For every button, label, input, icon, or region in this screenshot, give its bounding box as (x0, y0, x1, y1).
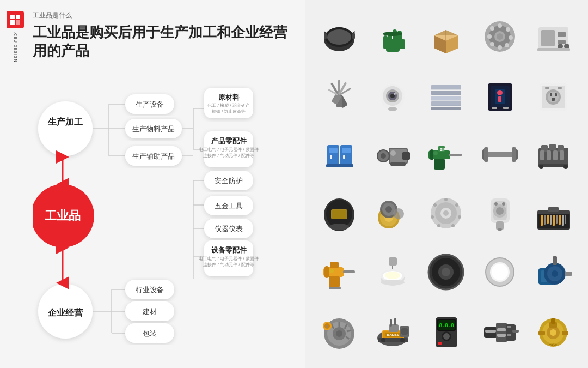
svg-rect-174 (547, 150, 551, 160)
svg-rect-299 (551, 318, 555, 324)
svg-rect-291 (485, 330, 496, 333)
svg-point-241 (442, 268, 450, 276)
product-cordless-drill (316, 249, 363, 295)
svg-point-210 (502, 202, 505, 206)
svg-rect-225 (343, 270, 355, 273)
product-engine (530, 131, 577, 178)
svg-rect-119 (431, 96, 461, 100)
svg-text:原材料: 原材料 (218, 93, 240, 101)
svg-rect-231 (389, 257, 397, 266)
svg-text:电工电气 / 电子元器件 / 紧固件: 电工电气 / 电子元器件 / 紧固件 (199, 256, 258, 261)
svg-rect-139 (552, 98, 555, 101)
svg-rect-97 (558, 32, 566, 37)
svg-rect-132 (503, 107, 509, 109)
svg-text:生产物料产品: 生产物料产品 (132, 125, 175, 133)
svg-rect-117 (431, 85, 461, 89)
svg-point-230 (329, 269, 334, 273)
svg-rect-217 (553, 215, 555, 226)
svg-point-77 (383, 32, 402, 36)
product-drill: ZIP (423, 131, 469, 178)
svg-point-255 (336, 330, 342, 337)
svg-point-202 (433, 203, 437, 207)
main-container: .CBU DESIGN 工业品是什么 工业品是购买后用于生产加工和企业经营用的产… (0, 0, 588, 368)
svg-rect-76 (383, 39, 405, 49)
product-glove (370, 14, 416, 60)
svg-text:电工电气 / 电子元器件 / 紧固件: 电工电气 / 电子元器件 / 紧固件 (199, 147, 258, 152)
diagram: 生产加工 工业品 企业经营 (33, 71, 294, 355)
svg-point-92 (490, 42, 494, 46)
svg-point-249 (552, 270, 558, 277)
product-gear-motor (370, 131, 416, 178)
svg-point-200 (437, 224, 440, 227)
svg-point-88 (506, 27, 510, 32)
svg-point-201 (431, 215, 434, 219)
svg-point-91 (498, 45, 502, 50)
svg-rect-300 (538, 331, 545, 335)
svg-text:生产设备: 生产设备 (136, 100, 164, 108)
logo-icon (7, 11, 24, 28)
svg-text:产品零配件: 产品零配件 (211, 137, 247, 145)
svg-rect-220 (562, 215, 564, 226)
svg-point-190 (385, 206, 392, 213)
product-multimeter: 8.8.8 (423, 308, 469, 354)
svg-point-282 (443, 333, 450, 340)
svg-text:8.8.8: 8.8.8 (439, 323, 454, 328)
svg-rect-294 (512, 330, 519, 333)
svg-rect-130 (498, 96, 501, 102)
svg-text:连接件 / 气动元件 / 配件等: 连接件 / 气动元件 / 配件等 (203, 153, 254, 158)
product-air-compressor: KOMAX (370, 308, 416, 354)
svg-rect-208 (498, 228, 502, 231)
svg-point-244 (492, 264, 508, 280)
main-title: 工业品是购买后用于生产加工和企业经营用的产品 (33, 23, 294, 61)
svg-rect-167 (484, 147, 488, 162)
svg-rect-283 (438, 342, 442, 345)
svg-rect-214 (544, 215, 546, 225)
svg-rect-226 (329, 276, 340, 288)
product-pump (530, 249, 577, 295)
svg-text:包装: 包装 (143, 329, 157, 337)
product-welding-mask (316, 190, 363, 237)
product-socket (530, 73, 577, 119)
svg-rect-301 (562, 331, 568, 335)
product-polishing-pads (370, 190, 416, 237)
svg-rect-131 (492, 107, 497, 109)
svg-point-199 (451, 224, 455, 227)
svg-rect-219 (559, 215, 561, 225)
svg-rect-144 (330, 155, 332, 159)
svg-rect-289 (497, 328, 506, 331)
svg-rect-213 (541, 215, 543, 226)
svg-text:valve: valve (549, 343, 558, 346)
svg-rect-216 (550, 215, 552, 225)
svg-point-191 (393, 208, 404, 219)
product-ring-part (477, 249, 523, 295)
svg-point-129 (497, 90, 503, 95)
svg-point-93 (487, 34, 492, 39)
svg-rect-221 (565, 215, 566, 224)
svg-rect-96 (541, 30, 555, 46)
svg-rect-159 (434, 159, 445, 170)
right-panel: ZIP (305, 0, 588, 368)
product-valve: valve (530, 308, 577, 354)
svg-point-209 (494, 202, 498, 206)
svg-rect-98 (558, 40, 566, 44)
svg-rect-101 (537, 48, 570, 51)
svg-rect-146 (342, 148, 351, 153)
svg-point-270 (381, 338, 385, 342)
svg-rect-173 (540, 150, 544, 160)
svg-point-4 (38, 101, 93, 156)
svg-rect-148 (326, 164, 353, 167)
svg-rect-3 (16, 20, 20, 25)
svg-rect-250 (565, 272, 572, 276)
svg-rect-1 (16, 15, 20, 19)
product-router (477, 190, 523, 237)
svg-text:工业品: 工业品 (45, 209, 81, 222)
left-panel: .CBU DESIGN 工业品是什么 工业品是购买后用于生产加工和企业经营用的产… (0, 0, 305, 368)
svg-point-273 (401, 328, 408, 335)
svg-rect-2 (10, 20, 15, 25)
svg-rect-0 (10, 15, 15, 19)
svg-rect-183 (332, 210, 347, 219)
svg-rect-143 (329, 148, 338, 153)
svg-point-178 (539, 165, 543, 169)
svg-rect-228 (330, 262, 339, 268)
svg-text:⚙: ⚙ (326, 325, 328, 328)
